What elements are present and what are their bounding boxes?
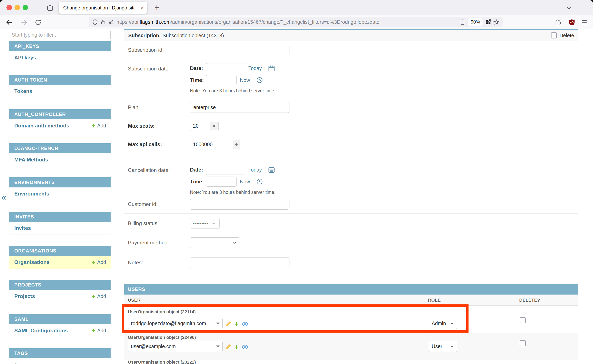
subscription-time-input[interactable] [206, 75, 237, 85]
reader-view-icon[interactable] [458, 18, 467, 26]
sidebar-item-environments[interactable]: Environments [9, 188, 111, 200]
dropdown-arrow-icon [216, 345, 220, 349]
sidebar-collapse-icon[interactable]: « [2, 193, 6, 202]
plus-icon: + [92, 293, 95, 299]
cancellation-time-input[interactable] [206, 176, 237, 187]
url-bar[interactable]: https://api.flagsmith.com/admin/organisa… [89, 17, 503, 27]
sidebar-item-api-keys[interactable]: API keys [9, 51, 111, 64]
role-select[interactable]: User [429, 341, 457, 352]
sidebar-section-projects: PROJECTS [9, 280, 111, 290]
users-table-header: USER ROLE DELETE? [124, 294, 578, 306]
delete-user-checkbox[interactable] [520, 317, 526, 323]
column-role: ROLE [428, 298, 441, 303]
add-organisation-link[interactable]: +Add [92, 259, 106, 265]
forward-button[interactable] [20, 18, 28, 26]
maximize-window-button[interactable] [23, 5, 28, 10]
form-row-max-api-calls: Max api calls: [124, 135, 578, 154]
sidebar-item-projects[interactable]: Projects +Add [9, 290, 111, 303]
tab-bar: Change organisation | Django site admin … [0, 0, 593, 15]
tab-close-icon[interactable]: × [140, 5, 144, 11]
plan-input[interactable] [190, 102, 290, 113]
new-tab-button[interactable]: + [154, 2, 159, 13]
billing-status-select[interactable]: --------- [190, 218, 220, 229]
extension-squares-icon[interactable] [484, 18, 492, 26]
sidebar-section-saml: SAML [9, 314, 111, 324]
delete-label: Delete [560, 32, 574, 39]
close-window-button[interactable] [7, 5, 12, 10]
add-domain-auth-method-link[interactable]: +Add [92, 123, 106, 129]
max-api-calls-stepper[interactable] [190, 139, 241, 150]
billing-status-label: Billing status: [128, 220, 190, 227]
edit-pencil-icon[interactable] [225, 321, 231, 327]
user-select[interactable]: user@example.com [128, 341, 223, 352]
cancellation-date-input[interactable] [206, 165, 245, 175]
browser-tab[interactable]: Change organisation | Django site admin … [59, 2, 147, 14]
permissions-icon[interactable] [107, 18, 115, 26]
spinner-arrows-icon[interactable] [210, 122, 217, 130]
form-row-payment-method: Payment method: --------- [124, 233, 578, 252]
customer-id-input[interactable] [190, 199, 290, 210]
add-saml-configuration-link[interactable]: +Add [92, 328, 106, 334]
view-eye-icon[interactable] [242, 321, 249, 328]
sidebar-item-tokens[interactable]: Tokens [9, 85, 111, 98]
chevron-down-icon [232, 240, 237, 245]
sidebar-section-tags: TAGS [9, 348, 111, 358]
sidebar-section-organisations: ORGANISATIONS [9, 246, 111, 256]
sidebar-item-saml-configurations[interactable]: SAML Configurations +Add [9, 324, 111, 337]
notes-input[interactable] [190, 257, 290, 268]
reload-button[interactable] [34, 18, 42, 26]
user-row: UserOrganisation object (23222) [124, 360, 578, 364]
calendar-icon[interactable] [268, 166, 275, 173]
add-plus-icon[interactable]: + [234, 320, 238, 328]
sidebar-item-mfa-methods[interactable]: MFA Methods [9, 153, 111, 166]
sidebar-section-django-trench: DJANGO-TRENCH [9, 143, 111, 153]
clock-icon[interactable] [256, 178, 263, 185]
today-link[interactable]: Today [248, 167, 262, 173]
column-delete: DELETE? [519, 298, 540, 303]
time-sublabel: Time: [190, 77, 206, 83]
role-select[interactable]: Admin [429, 318, 457, 329]
now-link[interactable]: Now [240, 179, 250, 185]
clock-icon[interactable] [256, 77, 263, 84]
subscription-id-input[interactable] [190, 45, 290, 55]
browser-window: Change organisation | Django site admin … [0, 0, 593, 364]
delete-user-checkbox[interactable] [520, 340, 526, 346]
sidebar-item-domain-auth-methods[interactable]: Domain auth methods +Add [9, 119, 111, 132]
sidebar-filter-input[interactable] [9, 31, 111, 39]
sidebar-item-organisations[interactable]: Organisations +Add [9, 256, 111, 269]
ublock-origin-icon[interactable]: uO [567, 18, 576, 27]
tracking-protection-shield-icon[interactable] [91, 18, 99, 26]
add-project-link[interactable]: +Add [92, 293, 106, 299]
view-eye-icon[interactable] [242, 344, 249, 351]
subscription-date-input[interactable] [206, 63, 245, 73]
add-plus-icon[interactable]: + [234, 343, 238, 351]
bookmark-star-icon[interactable] [492, 18, 500, 26]
cancellation-date-label: Cancellation date: [128, 167, 190, 173]
extensions-puzzle-icon[interactable] [553, 18, 563, 27]
sidebar-item-tags[interactable]: Tags [9, 358, 111, 364]
back-button[interactable] [5, 18, 14, 26]
sidebar-item-invites[interactable]: Invites [9, 222, 111, 235]
zoom-level-indicator[interactable]: 90% [468, 18, 483, 26]
payment-method-select[interactable]: --------- [190, 237, 240, 248]
column-user: USER [128, 298, 141, 303]
tab-list-chevron-icon[interactable] [566, 4, 573, 12]
delete-subscription-checkbox[interactable] [551, 32, 557, 39]
lock-icon[interactable] [99, 18, 107, 26]
chevron-down-icon [450, 344, 454, 349]
now-link[interactable]: Now [240, 77, 250, 83]
calendar-icon[interactable] [268, 65, 275, 72]
spinner-arrows-icon[interactable] [233, 140, 240, 149]
edit-pencil-icon[interactable] [225, 344, 231, 350]
plus-icon: + [92, 259, 95, 265]
chevron-down-icon [212, 221, 217, 226]
today-link[interactable]: Today [248, 65, 262, 71]
user-select[interactable]: rodrigo.lopezdato@flagsmith.com [128, 318, 223, 329]
server-time-note: Note: You are 3 hours behind server time… [190, 88, 275, 94]
form-row-cancellation-date: Cancellation date: Date: Today | Time: N… [124, 154, 578, 195]
hamburger-menu-icon[interactable] [580, 18, 589, 27]
firefox-view-icon[interactable] [46, 4, 54, 12]
max-seats-stepper[interactable] [190, 121, 218, 131]
minimize-window-button[interactable] [14, 5, 20, 10]
form-row-plan: Plan: [124, 98, 578, 117]
